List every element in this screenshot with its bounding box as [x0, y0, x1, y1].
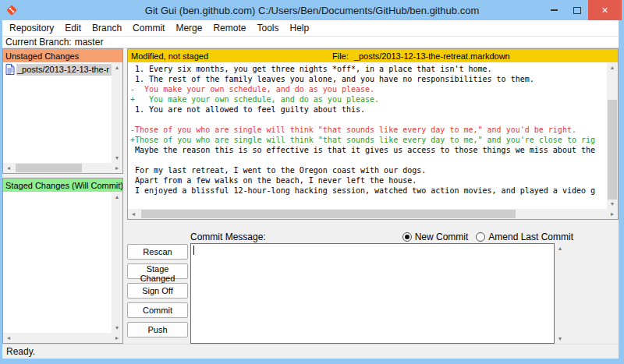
- scroll-up-icon[interactable]: [607, 62, 618, 72]
- diff-panel: Modified, not staged File: _posts/2013-1…: [127, 48, 619, 220]
- menu-tools[interactable]: Tools: [251, 23, 284, 34]
- scroll-right-icon[interactable]: [112, 333, 122, 343]
- diff-line-add: +Those of you who are single will think …: [130, 135, 607, 145]
- menu-help[interactable]: Help: [284, 23, 314, 34]
- diff-line-context: Maybe the reason this is so effective is…: [130, 145, 607, 155]
- scrollbar-thumb[interactable]: [141, 210, 516, 218]
- status-bar: Ready.: [2, 344, 619, 359]
- scroll-up-icon[interactable]: [112, 192, 122, 202]
- stage-changed-button[interactable]: Stage Changed: [127, 263, 188, 279]
- scroll-up-icon[interactable]: [112, 62, 122, 72]
- diff-line-del: -Those of you who are single will think …: [130, 125, 607, 135]
- menu-merge[interactable]: Merge: [170, 23, 207, 34]
- radio-amend-label: Amend Last Commit: [488, 231, 573, 242]
- radio-new-commit[interactable]: New Commit: [402, 231, 469, 242]
- commit-message-vscrollbar[interactable]: [555, 243, 566, 344]
- staged-file-list[interactable]: [3, 192, 112, 333]
- diff-hscrollbar[interactable]: [128, 209, 618, 219]
- scrollbar-thumb[interactable]: [608, 100, 617, 200]
- commit-action-buttons: RescanStage ChangedSign OffCommitPush: [127, 243, 188, 344]
- push-button[interactable]: Push: [127, 322, 188, 337]
- commit-type-radio-group: New Commit Amend Last Commit: [402, 231, 573, 242]
- diff-file-label: File:: [332, 51, 349, 61]
- diff-status-label: Modified, not staged: [131, 51, 208, 61]
- commit-button[interactable]: Commit: [127, 302, 188, 318]
- unstaged-file-list[interactable]: _posts/2013-12-13-the-r: [3, 62, 112, 163]
- diff-line-context: [130, 115, 607, 125]
- radio-icon: [476, 232, 485, 242]
- diff-line-del: - You make your own schedule, and do as …: [130, 84, 607, 94]
- scroll-up-icon[interactable]: [555, 243, 566, 253]
- scrollbar-thumb[interactable]: [16, 164, 82, 172]
- minimize-icon: [551, 9, 558, 11]
- scroll-right-icon[interactable]: [112, 163, 122, 173]
- commit-message-input[interactable]: [190, 243, 555, 344]
- modified-file-icon[interactable]: [3, 64, 16, 75]
- scroll-left-icon[interactable]: [128, 209, 139, 219]
- unstaged-hscrollbar[interactable]: [3, 163, 122, 173]
- status-text: Ready.: [6, 346, 35, 357]
- diff-line-context: 1. You are not allowed to feel guilty ab…: [130, 104, 607, 115]
- menu-branch[interactable]: Branch: [87, 23, 127, 34]
- git-gui-window: Git Gui (ben.github.com) C:/Users/Ben/Do…: [0, 0, 624, 364]
- diff-line-context: 1. The rest of the family leaves you alo…: [130, 74, 607, 84]
- menu-bar: RepositoryEditBranchCommitMergeRemoteToo…: [2, 20, 619, 37]
- scroll-right-icon[interactable]: [607, 209, 618, 219]
- diff-line-context: For my last retreat, I went to the Orego…: [130, 165, 607, 175]
- scroll-down-icon[interactable]: [607, 199, 618, 209]
- current-branch-value: master: [75, 37, 104, 48]
- menu-edit[interactable]: Edit: [59, 23, 87, 34]
- unstaged-changes-panel: Unstaged Changes: [2, 48, 123, 174]
- radio-icon: [402, 232, 412, 242]
- diff-header: Modified, not staged File: _posts/2013-1…: [128, 49, 618, 62]
- commit-message-label: Commit Message:: [190, 231, 266, 242]
- staged-header: Staged Changes (Will Commit): [3, 178, 122, 192]
- commit-area: Commit Message: New Commit Amend Last Co…: [127, 230, 619, 344]
- sign-off-button[interactable]: Sign Off: [127, 283, 188, 299]
- text-caret: [193, 246, 194, 255]
- diff-vscrollbar[interactable]: [607, 62, 618, 209]
- window-title: Git Gui (ben.github.com) C:/Users/Ben/Do…: [0, 5, 624, 16]
- menu-commit[interactable]: Commit: [127, 23, 170, 34]
- diff-line-context: Apart from a few walks on the beach, I n…: [130, 175, 607, 186]
- title-bar[interactable]: Git Gui (ben.github.com) C:/Users/Ben/Do…: [0, 0, 624, 20]
- diff-line-add: + You make your own schedule, and do as …: [130, 94, 607, 104]
- unstaged-vscrollbar[interactable]: [112, 62, 122, 163]
- scroll-left-icon[interactable]: [3, 163, 14, 173]
- menu-repository[interactable]: Repository: [4, 23, 59, 34]
- rescan-button[interactable]: Rescan: [127, 244, 188, 260]
- staged-vscrollbar[interactable]: [112, 192, 122, 333]
- diff-text[interactable]: 1. Every six months, you get three night…: [128, 62, 607, 209]
- diff-file-path: _posts/2013-12-13-the-retreat.markdown: [354, 51, 510, 61]
- git-app-icon: [5, 4, 18, 16]
- minimize-button[interactable]: [543, 0, 566, 20]
- scroll-left-icon[interactable]: [3, 333, 14, 343]
- menu-remote[interactable]: Remote: [207, 23, 251, 34]
- diff-line-context: I enjoyed a blissful 12-hour-long hackin…: [130, 186, 607, 196]
- close-icon: ×: [601, 4, 608, 16]
- radio-new-commit-label: New Commit: [415, 231, 469, 242]
- unstaged-file-row[interactable]: _posts/2013-12-13-the-r: [3, 63, 112, 76]
- scroll-down-icon[interactable]: [112, 323, 122, 333]
- maximize-button[interactable]: [566, 0, 588, 20]
- diff-line-context: 1. Every six months, you get three night…: [130, 64, 607, 74]
- current-branch-label: Current Branch:: [5, 37, 72, 48]
- branch-bar: Current Branch: master: [2, 37, 619, 48]
- maximize-icon: [573, 7, 581, 14]
- staged-hscrollbar[interactable]: [3, 333, 122, 343]
- scroll-down-icon[interactable]: [112, 153, 122, 163]
- unstaged-header: Unstaged Changes: [3, 49, 122, 62]
- scroll-down-icon[interactable]: [555, 334, 566, 344]
- diff-line-context: [130, 155, 607, 165]
- radio-amend-last-commit[interactable]: Amend Last Commit: [476, 231, 573, 242]
- staged-changes-panel: Staged Changes (Will Commit): [2, 178, 123, 344]
- unstaged-file-name[interactable]: _posts/2013-12-13-the-r: [16, 64, 112, 76]
- close-button[interactable]: ×: [588, 0, 622, 20]
